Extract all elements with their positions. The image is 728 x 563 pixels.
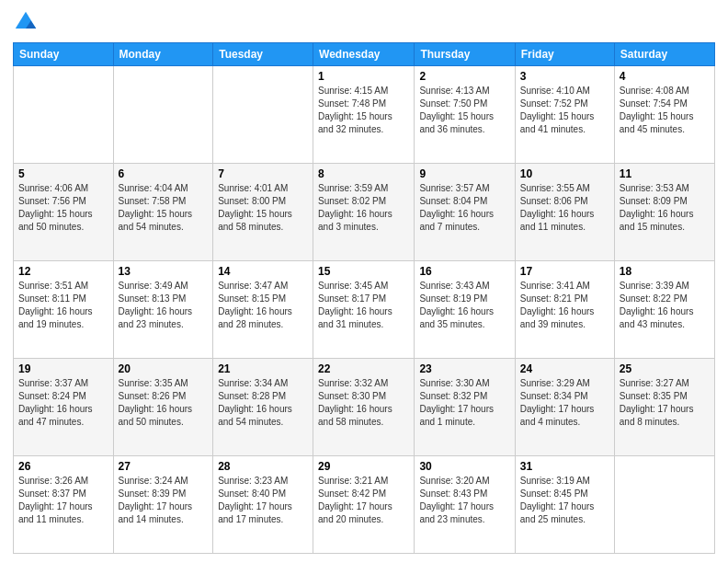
day-cell: 25Sunrise: 3:27 AM Sunset: 8:35 PM Dayli… — [614, 359, 714, 456]
day-detail: Sunrise: 4:10 AM Sunset: 7:52 PM Dayligh… — [520, 85, 609, 136]
day-cell — [14, 66, 114, 164]
weekday-saturday: Saturday — [614, 43, 714, 66]
day-detail: Sunrise: 4:15 AM Sunset: 7:48 PM Dayligh… — [318, 85, 409, 136]
day-detail: Sunrise: 3:59 AM Sunset: 8:02 PM Dayligh… — [318, 182, 409, 234]
day-detail: Sunrise: 3:19 AM Sunset: 8:45 PM Dayligh… — [520, 475, 609, 526]
calendar-body: 1Sunrise: 4:15 AM Sunset: 7:48 PM Daylig… — [14, 66, 715, 554]
page: SundayMondayTuesdayWednesdayThursdayFrid… — [0, 0, 728, 563]
day-cell — [614, 456, 714, 554]
weekday-row: SundayMondayTuesdayWednesdayThursdayFrid… — [14, 43, 715, 66]
day-number: 22 — [318, 362, 409, 375]
day-detail: Sunrise: 3:55 AM Sunset: 8:06 PM Dayligh… — [520, 182, 609, 234]
day-cell: 22Sunrise: 3:32 AM Sunset: 8:30 PM Dayli… — [313, 359, 415, 456]
day-cell — [113, 66, 213, 164]
day-cell: 24Sunrise: 3:29 AM Sunset: 8:34 PM Dayli… — [515, 359, 614, 456]
calendar: SundayMondayTuesdayWednesdayThursdayFrid… — [13, 42, 715, 554]
day-number: 15 — [318, 265, 409, 278]
weekday-friday: Friday — [515, 43, 614, 66]
day-cell: 15Sunrise: 3:45 AM Sunset: 8:17 PM Dayli… — [313, 261, 415, 359]
weekday-sunday: Sunday — [14, 43, 114, 66]
day-number: 6 — [119, 167, 209, 180]
week-row-3: 19Sunrise: 3:37 AM Sunset: 8:24 PM Dayli… — [14, 359, 715, 456]
day-cell: 7Sunrise: 4:01 AM Sunset: 8:00 PM Daylig… — [213, 164, 313, 261]
day-detail: Sunrise: 3:32 AM Sunset: 8:30 PM Dayligh… — [318, 377, 409, 429]
week-row-4: 26Sunrise: 3:26 AM Sunset: 8:37 PM Dayli… — [14, 456, 715, 554]
day-detail: Sunrise: 4:06 AM Sunset: 7:56 PM Dayligh… — [18, 182, 108, 234]
day-number: 26 — [18, 460, 108, 473]
day-cell: 28Sunrise: 3:23 AM Sunset: 8:40 PM Dayli… — [213, 456, 313, 554]
day-number: 21 — [218, 362, 308, 375]
day-cell: 11Sunrise: 3:53 AM Sunset: 8:09 PM Dayli… — [614, 164, 714, 261]
day-number: 8 — [318, 167, 409, 180]
day-detail: Sunrise: 3:37 AM Sunset: 8:24 PM Dayligh… — [18, 377, 108, 429]
day-number: 25 — [620, 362, 710, 375]
day-number: 14 — [218, 265, 308, 278]
logo — [13, 9, 42, 35]
day-detail: Sunrise: 4:04 AM Sunset: 7:58 PM Dayligh… — [119, 182, 209, 234]
weekday-monday: Monday — [113, 43, 213, 66]
day-number: 16 — [419, 265, 509, 278]
day-number: 27 — [119, 460, 209, 473]
day-cell: 29Sunrise: 3:21 AM Sunset: 8:42 PM Dayli… — [313, 456, 415, 554]
day-cell: 16Sunrise: 3:43 AM Sunset: 8:19 PM Dayli… — [415, 261, 515, 359]
day-number: 19 — [18, 362, 108, 375]
day-detail: Sunrise: 4:13 AM Sunset: 7:50 PM Dayligh… — [419, 85, 509, 136]
day-cell: 6Sunrise: 4:04 AM Sunset: 7:58 PM Daylig… — [113, 164, 213, 261]
day-cell: 4Sunrise: 4:08 AM Sunset: 7:54 PM Daylig… — [614, 66, 714, 164]
week-row-1: 5Sunrise: 4:06 AM Sunset: 7:56 PM Daylig… — [14, 164, 715, 261]
day-detail: Sunrise: 3:20 AM Sunset: 8:43 PM Dayligh… — [419, 475, 509, 526]
day-cell: 21Sunrise: 3:34 AM Sunset: 8:28 PM Dayli… — [213, 359, 313, 456]
day-cell: 10Sunrise: 3:55 AM Sunset: 8:06 PM Dayli… — [515, 164, 614, 261]
day-number: 1 — [318, 70, 409, 83]
day-cell: 23Sunrise: 3:30 AM Sunset: 8:32 PM Dayli… — [415, 359, 515, 456]
day-cell: 19Sunrise: 3:37 AM Sunset: 8:24 PM Dayli… — [14, 359, 114, 456]
day-cell: 20Sunrise: 3:35 AM Sunset: 8:26 PM Dayli… — [113, 359, 213, 456]
day-cell: 2Sunrise: 4:13 AM Sunset: 7:50 PM Daylig… — [415, 66, 515, 164]
logo-icon — [13, 9, 39, 35]
day-cell: 27Sunrise: 3:24 AM Sunset: 8:39 PM Dayli… — [113, 456, 213, 554]
day-cell: 8Sunrise: 3:59 AM Sunset: 8:02 PM Daylig… — [313, 164, 415, 261]
day-number: 13 — [119, 265, 209, 278]
day-cell: 14Sunrise: 3:47 AM Sunset: 8:15 PM Dayli… — [213, 261, 313, 359]
day-detail: Sunrise: 3:26 AM Sunset: 8:37 PM Dayligh… — [18, 475, 108, 526]
day-cell: 12Sunrise: 3:51 AM Sunset: 8:11 PM Dayli… — [14, 261, 114, 359]
day-number: 3 — [520, 70, 609, 83]
day-detail: Sunrise: 3:30 AM Sunset: 8:32 PM Dayligh… — [419, 377, 509, 429]
day-detail: Sunrise: 3:51 AM Sunset: 8:11 PM Dayligh… — [18, 280, 108, 331]
day-cell: 17Sunrise: 3:41 AM Sunset: 8:21 PM Dayli… — [515, 261, 614, 359]
day-detail: Sunrise: 3:39 AM Sunset: 8:22 PM Dayligh… — [620, 280, 710, 331]
day-number: 28 — [218, 460, 308, 473]
day-number: 17 — [520, 265, 609, 278]
day-cell: 26Sunrise: 3:26 AM Sunset: 8:37 PM Dayli… — [14, 456, 114, 554]
calendar-header: SundayMondayTuesdayWednesdayThursdayFrid… — [14, 43, 715, 66]
day-detail: Sunrise: 3:23 AM Sunset: 8:40 PM Dayligh… — [218, 475, 308, 526]
day-number: 12 — [18, 265, 108, 278]
day-detail: Sunrise: 3:35 AM Sunset: 8:26 PM Dayligh… — [119, 377, 209, 429]
day-cell — [213, 66, 313, 164]
day-detail: Sunrise: 3:27 AM Sunset: 8:35 PM Dayligh… — [620, 377, 710, 429]
day-detail: Sunrise: 3:43 AM Sunset: 8:19 PM Dayligh… — [419, 280, 509, 331]
day-number: 23 — [419, 362, 509, 375]
day-cell: 31Sunrise: 3:19 AM Sunset: 8:45 PM Dayli… — [515, 456, 614, 554]
weekday-wednesday: Wednesday — [313, 43, 415, 66]
day-number: 18 — [620, 265, 710, 278]
day-number: 7 — [218, 167, 308, 180]
day-detail: Sunrise: 3:49 AM Sunset: 8:13 PM Dayligh… — [119, 280, 209, 331]
day-cell: 3Sunrise: 4:10 AM Sunset: 7:52 PM Daylig… — [515, 66, 614, 164]
day-cell: 18Sunrise: 3:39 AM Sunset: 8:22 PM Dayli… — [614, 261, 714, 359]
day-cell: 9Sunrise: 3:57 AM Sunset: 8:04 PM Daylig… — [415, 164, 515, 261]
day-detail: Sunrise: 4:01 AM Sunset: 8:00 PM Dayligh… — [218, 182, 308, 234]
day-detail: Sunrise: 4:08 AM Sunset: 7:54 PM Dayligh… — [620, 85, 710, 136]
day-detail: Sunrise: 3:24 AM Sunset: 8:39 PM Dayligh… — [119, 475, 209, 526]
day-detail: Sunrise: 3:53 AM Sunset: 8:09 PM Dayligh… — [620, 182, 710, 234]
week-row-2: 12Sunrise: 3:51 AM Sunset: 8:11 PM Dayli… — [14, 261, 715, 359]
day-number: 4 — [620, 70, 710, 83]
day-cell: 5Sunrise: 4:06 AM Sunset: 7:56 PM Daylig… — [14, 164, 114, 261]
week-row-0: 1Sunrise: 4:15 AM Sunset: 7:48 PM Daylig… — [14, 66, 715, 164]
header — [13, 9, 715, 35]
day-number: 9 — [419, 167, 509, 180]
day-number: 11 — [620, 167, 710, 180]
day-number: 24 — [520, 362, 609, 375]
day-number: 31 — [520, 460, 609, 473]
day-number: 29 — [318, 460, 409, 473]
